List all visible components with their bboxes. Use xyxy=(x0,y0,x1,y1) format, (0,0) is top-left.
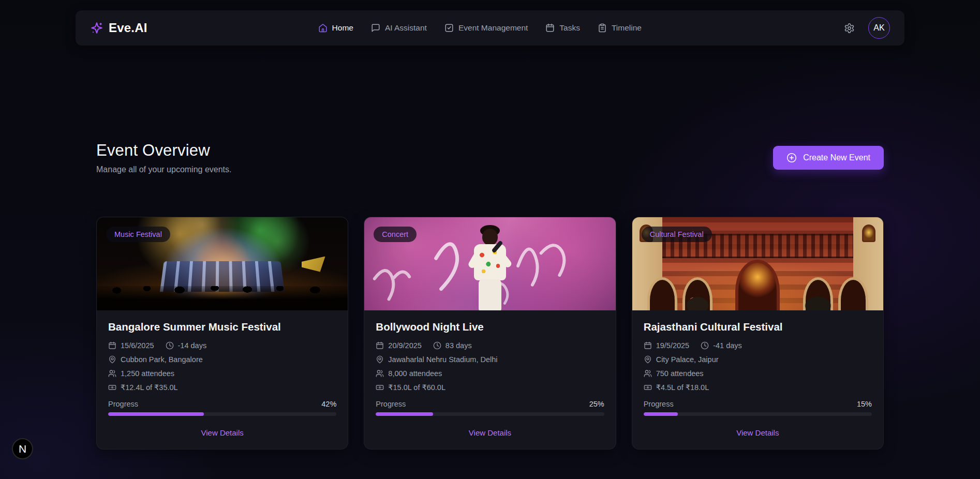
event-budget: ₹12.4L of ₹35.0L xyxy=(121,383,178,392)
card-body: Bollywood Night Live 20/9/2025 83 days xyxy=(364,310,615,449)
map-pin-icon xyxy=(376,355,384,364)
event-cards-grid: Music Festival Bangalore Summer Music Fe… xyxy=(96,217,884,450)
event-attendees: 1,250 attendees xyxy=(121,369,174,378)
progress-bar xyxy=(644,412,872,416)
palace-window-graphic xyxy=(862,224,875,242)
calendar-icon xyxy=(545,23,555,33)
check-square-icon xyxy=(444,23,454,33)
event-budget: ₹4.5L of ₹18.0L xyxy=(656,383,709,392)
progress-head: Progress 15% xyxy=(644,400,872,408)
view-details-link[interactable]: View Details xyxy=(469,428,511,437)
date-group: 19/5/2025 xyxy=(644,341,690,350)
attendees-row: 750 attendees xyxy=(644,369,872,378)
location-row: City Palace, Jaipur xyxy=(644,355,872,364)
palace-dancers-graphic xyxy=(632,295,883,310)
category-badge: Music Festival xyxy=(106,227,170,242)
clock-icon xyxy=(433,341,441,350)
budget-row: ₹15.0L of ₹60.0L xyxy=(376,383,604,392)
banknote-icon xyxy=(644,383,652,392)
brand[interactable]: Eve.AI xyxy=(90,21,147,35)
banknote-icon xyxy=(376,383,384,392)
nav-item-label: AI Assistant xyxy=(385,23,427,33)
event-card-rajasthani-cultural-festival: Cultural Festival Rajasthani Cultural Fe… xyxy=(632,217,884,450)
top-navigation-bar: Eve.AI Home AI Assistant xyxy=(76,10,904,46)
nav-item-label: Event Management xyxy=(458,23,528,33)
budget-row: ₹12.4L of ₹35.0L xyxy=(108,383,336,392)
progress-bar-fill xyxy=(376,412,433,416)
event-card-bollywood-night-live: Concert Bollywood Night Live 20/9/2025 xyxy=(364,217,616,450)
festival-flag-graphic xyxy=(302,257,325,272)
performer-graphic xyxy=(467,229,513,310)
home-icon xyxy=(318,23,328,33)
create-new-event-button[interactable]: Create New Event xyxy=(773,146,884,170)
banknote-icon xyxy=(108,383,116,392)
budget-row: ₹4.5L of ₹18.0L xyxy=(644,383,872,392)
nav-item-timeline[interactable]: Timeline xyxy=(598,23,642,33)
event-date: 15/6/2025 xyxy=(121,341,154,350)
calendar-icon xyxy=(108,341,116,350)
main-content: Event Overview Manage all of your upcomi… xyxy=(96,141,884,450)
event-days-remaining: 83 days xyxy=(446,341,472,350)
view-details-link[interactable]: View Details xyxy=(736,428,779,437)
create-new-event-label: Create New Event xyxy=(803,153,870,162)
location-row: Jawaharlal Nehru Stadium, Delhi xyxy=(376,355,604,364)
map-pin-icon xyxy=(644,355,652,364)
nav-item-home[interactable]: Home xyxy=(318,23,353,33)
progress-percentage: 25% xyxy=(589,400,604,408)
nav-item-ai-assistant[interactable]: AI Assistant xyxy=(371,23,427,33)
event-location: Jawaharlal Nehru Stadium, Delhi xyxy=(388,355,497,364)
clock-icon xyxy=(701,341,709,350)
progress-label: Progress xyxy=(376,400,406,408)
plus-circle-icon xyxy=(786,153,797,163)
date-row: 20/9/2025 83 days xyxy=(376,341,604,350)
event-photo-concert: Concert xyxy=(364,217,615,310)
card-footer: View Details xyxy=(108,427,336,438)
date-row: 15/6/2025 -14 days xyxy=(108,341,336,350)
event-date: 19/5/2025 xyxy=(656,341,690,350)
event-photo-music-festival: Music Festival xyxy=(97,217,348,310)
card-footer: View Details xyxy=(376,427,604,438)
category-badge: Cultural Festival xyxy=(642,227,712,242)
sparkles-icon xyxy=(90,21,103,35)
users-icon xyxy=(376,369,384,378)
card-body: Bangalore Summer Music Festival 15/6/202… xyxy=(97,310,348,449)
progress-label: Progress xyxy=(644,400,674,408)
event-date: 20/9/2025 xyxy=(388,341,422,350)
progress-label: Progress xyxy=(108,400,138,408)
days-group: -41 days xyxy=(701,341,742,350)
avatar[interactable]: AK xyxy=(868,17,890,39)
progress-percentage: 15% xyxy=(857,400,872,408)
event-card-bangalore-summer-music-festival: Music Festival Bangalore Summer Music Fe… xyxy=(96,217,348,450)
days-group: -14 days xyxy=(166,341,207,350)
chat-bubble-icon xyxy=(371,23,380,33)
attendees-row: 8,000 attendees xyxy=(376,369,604,378)
nextjs-dev-indicator[interactable]: N xyxy=(12,438,33,459)
clipboard-icon xyxy=(598,23,607,33)
nav-item-label: Timeline xyxy=(612,23,642,33)
event-title: Bangalore Summer Music Festival xyxy=(108,321,336,333)
attendees-row: 1,250 attendees xyxy=(108,369,336,378)
users-icon xyxy=(108,369,116,378)
date-group: 15/6/2025 xyxy=(108,341,154,350)
progress-bar xyxy=(376,412,604,416)
date-group: 20/9/2025 xyxy=(376,341,422,350)
view-details-link[interactable]: View Details xyxy=(201,428,244,437)
nav-item-label: Home xyxy=(332,23,353,33)
location-row: Cubbon Park, Bangalore xyxy=(108,355,336,364)
date-row: 19/5/2025 -41 days xyxy=(644,341,872,350)
page-title: Event Overview xyxy=(96,141,231,160)
nav-item-event-management[interactable]: Event Management xyxy=(444,23,528,33)
nav-item-tasks[interactable]: Tasks xyxy=(545,23,580,33)
card-footer: View Details xyxy=(644,427,872,438)
map-pin-icon xyxy=(108,355,116,364)
event-days-remaining: -41 days xyxy=(713,341,742,350)
calendar-icon xyxy=(376,341,384,350)
progress-bar-fill xyxy=(644,412,678,416)
progress-bar xyxy=(108,412,336,416)
progress-head: Progress 25% xyxy=(376,400,604,408)
event-attendees: 8,000 attendees xyxy=(388,369,442,378)
event-title: Rajasthani Cultural Festival xyxy=(644,321,872,333)
gear-icon[interactable] xyxy=(844,23,855,34)
nav-items: Home AI Assistant Event Management xyxy=(318,23,642,33)
nav-right: AK xyxy=(844,17,890,39)
